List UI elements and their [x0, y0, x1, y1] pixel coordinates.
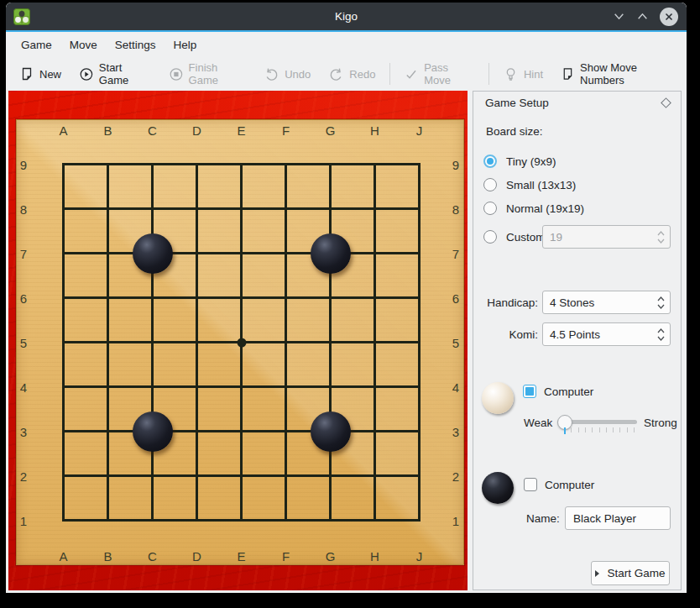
panel-title: Game Setup — [485, 97, 549, 109]
maximize-icon[interactable] — [636, 10, 649, 23]
radio-normal[interactable] — [483, 202, 497, 215]
hint-button[interactable]: Hint — [494, 61, 552, 86]
board-grid-line — [374, 163, 376, 522]
radio-small[interactable] — [483, 178, 497, 191]
slider-tick — [619, 427, 620, 432]
board-column-label: J — [416, 123, 423, 138]
slider-tick — [634, 427, 635, 432]
menu-move[interactable]: Move — [70, 39, 97, 51]
star-point — [237, 338, 246, 347]
komi-spinbox[interactable]: 4.5 Points — [542, 322, 671, 346]
board-column-label: H — [370, 549, 379, 563]
board-grid-line — [62, 519, 421, 522]
board-column-label: D — [192, 549, 201, 563]
board-row-label: 4 — [452, 380, 459, 394]
close-icon[interactable] — [660, 8, 678, 26]
kigo-window: Kigo Game Move Settings Help — [6, 3, 687, 593]
custom-size-spinbox[interactable]: 19 — [542, 225, 671, 249]
board-column-label: G — [326, 123, 336, 138]
board-row-label: 3 — [452, 424, 459, 438]
slider-tick — [606, 427, 607, 432]
board-column-label: F — [282, 549, 290, 563]
handicap-label: Handicap: — [473, 296, 538, 309]
game-setup-panel: Game Setup Board size: Tiny (9x9) Small … — [473, 91, 682, 590]
board-row-label: 2 — [452, 469, 459, 483]
white-stone-image — [482, 382, 514, 414]
black-name-label: Name: — [526, 512, 560, 525]
show-move-numbers-button[interactable]: Show Move Numbers — [552, 61, 687, 86]
komi-label: Komi: — [473, 328, 538, 341]
slider-tick — [627, 427, 628, 432]
board-grid-line — [329, 163, 332, 522]
board-row-label: 2 — [20, 469, 27, 483]
spin-arrows-icon[interactable] — [651, 231, 670, 244]
radio-small-label: Small (13x13) — [506, 179, 576, 191]
board-column-label: D — [192, 123, 201, 138]
finish-game-button[interactable]: Finish Game — [160, 61, 256, 86]
move-numbers-icon — [562, 67, 574, 81]
document-icon — [20, 67, 34, 81]
dock-float-icon[interactable] — [661, 97, 671, 108]
board-column-label: G — [326, 549, 336, 563]
slider-tick — [599, 427, 600, 432]
start-game-panel-button[interactable]: Start Game — [591, 561, 670, 585]
board-size-label: Board size: — [486, 125, 543, 138]
board-row-label: 6 — [452, 291, 459, 305]
toolbar-separator — [488, 63, 489, 85]
spin-arrows-icon[interactable] — [651, 296, 670, 309]
board-grid-line — [418, 163, 421, 522]
white-computer-checkbox[interactable] — [523, 385, 536, 398]
board-row-label: 1 — [20, 513, 27, 527]
board-grid-line — [62, 430, 421, 432]
strength-weak-label: Weak — [524, 417, 552, 429]
redo-button[interactable]: Redo — [320, 61, 384, 86]
menu-help[interactable]: Help — [174, 39, 197, 51]
board-row-label: 5 — [452, 335, 459, 349]
board-column-label: B — [103, 549, 112, 563]
toolbar: New Start Game Finish Game Undo — [6, 57, 687, 91]
board-row-label: 7 — [452, 246, 459, 260]
board-column-label: E — [237, 123, 245, 138]
play-arrow-icon — [595, 570, 599, 577]
spin-arrows-icon[interactable] — [651, 328, 670, 341]
radio-tiny[interactable] — [483, 155, 497, 168]
radio-custom[interactable] — [483, 230, 497, 244]
board-column-label: H — [370, 123, 379, 138]
undo-icon — [264, 67, 279, 81]
board-column-label: A — [59, 549, 67, 563]
slider-tick — [578, 427, 579, 432]
board-row-label: 9 — [452, 157, 459, 171]
titlebar: Kigo — [6, 3, 687, 30]
new-button[interactable]: New — [11, 61, 71, 86]
black-computer-checkbox[interactable] — [524, 478, 537, 491]
board-column-label: A — [59, 123, 67, 138]
minimize-icon[interactable] — [613, 10, 625, 23]
go-stone-black — [311, 411, 351, 452]
toolbar-separator — [389, 63, 390, 85]
start-game-button[interactable]: Start Game — [71, 61, 160, 86]
board-grid-line — [62, 385, 421, 388]
go-stone-black — [133, 233, 173, 274]
board-row-label: 7 — [20, 246, 27, 260]
black-stone-image — [482, 472, 514, 504]
pass-move-button[interactable]: Pass Move — [395, 61, 483, 86]
black-name-input[interactable]: Black Player — [565, 506, 671, 530]
radio-tiny-label: Tiny (9x9) — [506, 155, 556, 168]
board-row-label: 8 — [20, 202, 27, 216]
board-row-label: 8 — [452, 202, 459, 216]
stop-icon — [170, 67, 183, 81]
slider-tick — [585, 427, 586, 432]
menu-settings[interactable]: Settings — [115, 39, 156, 51]
go-stone-black — [311, 233, 351, 274]
undo-button[interactable]: Undo — [255, 61, 320, 86]
slider-tick — [592, 427, 593, 432]
menu-game[interactable]: Game — [21, 39, 52, 51]
menubar: Game Move Settings Help — [6, 32, 687, 57]
board-column-label: J — [416, 549, 423, 563]
board-column-label: C — [148, 549, 157, 563]
redo-icon — [329, 67, 343, 81]
slider-position-tick — [564, 427, 566, 434]
radio-normal-label: Normal (19x19) — [506, 202, 584, 215]
board-grid-line — [285, 163, 287, 522]
handicap-spinbox[interactable]: 4 Stones — [542, 291, 671, 314]
